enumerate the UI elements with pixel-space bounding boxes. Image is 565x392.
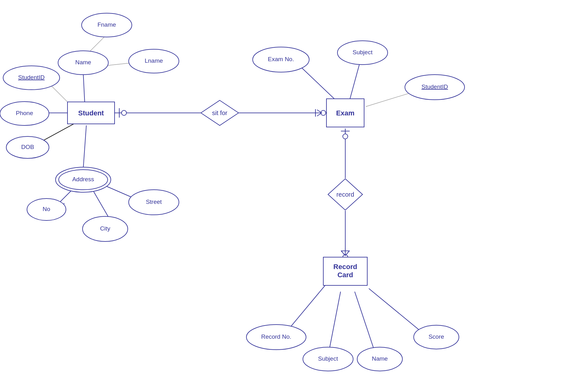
record-card-entity-label-line2: Card — [337, 271, 353, 279]
subject-rc-label: Subject — [318, 355, 338, 362]
subject-exam-line — [350, 64, 359, 99]
recordno-label: Record No. — [261, 333, 291, 340]
address-label: Address — [72, 176, 94, 183]
subject-exam-label: Subject — [352, 49, 373, 56]
rc-cf2 — [345, 251, 349, 256]
name-rc-label: Name — [372, 355, 388, 362]
name-student-line — [83, 72, 85, 103]
street-label: Street — [146, 199, 162, 205]
rc-cf1 — [341, 251, 345, 256]
sit-for-label: sit for — [212, 109, 228, 116]
student-entity-label: Student — [78, 109, 104, 117]
city-address-line — [93, 190, 110, 220]
dob-label: DOB — [21, 144, 34, 150]
fname-label: Fname — [97, 21, 116, 28]
address-student-line — [83, 125, 86, 169]
record-card-entity-label-line1: Record — [333, 263, 357, 271]
score-label: Score — [428, 333, 444, 340]
dob-student-line — [39, 124, 74, 143]
studentid2-label: StudentID — [422, 83, 448, 90]
exam-record-circle — [343, 134, 348, 139]
namerc-rc-line — [355, 292, 374, 348]
score-rc-line — [369, 289, 422, 332]
examno-exam-line — [301, 67, 334, 99]
recno-rc-line — [287, 284, 326, 331]
student-circle — [121, 110, 126, 115]
record-label: record — [336, 191, 354, 198]
lname-label: Lname — [145, 57, 163, 64]
subjectrc-rc-line — [330, 292, 341, 348]
studentid-label: StudentID — [18, 74, 45, 81]
name-label: Name — [75, 59, 91, 66]
examno-label: Exam No. — [268, 56, 294, 62]
er-diagram: Student Exam Record Card sit for record … — [0, 0, 565, 392]
city-label: City — [100, 225, 110, 232]
phone-label: Phone — [16, 110, 33, 116]
no-label: No — [43, 206, 50, 212]
exam-entity-label: Exam — [336, 109, 355, 117]
